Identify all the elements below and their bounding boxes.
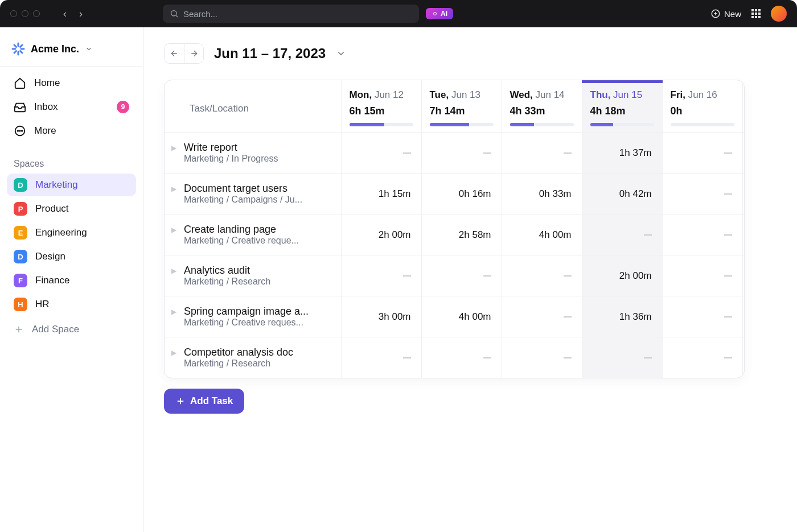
date-dropdown-icon[interactable]	[336, 48, 346, 59]
table-row[interactable]: ▶Competitor analysis docMarketing / Rese…	[165, 337, 745, 378]
prev-week-button[interactable]	[165, 44, 184, 63]
time-cell[interactable]: 1h 37m	[582, 133, 662, 174]
time-cell[interactable]	[662, 174, 742, 215]
time-cell[interactable]: 2h 00m	[341, 215, 421, 255]
add-task-label: Add Task	[190, 395, 233, 407]
time-cell[interactable]	[341, 255, 421, 296]
time-cell[interactable]: 0h 33m	[502, 174, 582, 215]
nav-home-label: Home	[34, 77, 60, 89]
time-cell[interactable]	[502, 255, 582, 296]
column-header-mon[interactable]: Mon, Jun 126h 15m	[341, 80, 421, 133]
task-cell[interactable]: ▶Spring campaign image a...Marketing / C…	[165, 296, 341, 337]
space-label: HR	[35, 299, 50, 310]
expand-caret-icon[interactable]: ▶	[171, 308, 179, 316]
table-row[interactable]: ▶Document target usersMarketing / Campai…	[165, 174, 745, 215]
time-cell[interactable]: 0h 42m	[582, 174, 662, 215]
space-chip-icon: D	[14, 178, 27, 192]
column-header-wed[interactable]: Wed, Jun 144h 33m	[502, 80, 582, 133]
expand-caret-icon[interactable]: ▶	[171, 144, 179, 152]
time-cell[interactable]	[341, 133, 421, 174]
time-cell[interactable]: 0h 16m	[421, 174, 502, 215]
time-cell[interactable]: 3h 00m	[341, 296, 421, 337]
time-cell[interactable]: 1h 36m	[582, 296, 662, 337]
space-item-product[interactable]: PProduct	[7, 197, 136, 220]
time-cell[interactable]	[341, 337, 421, 378]
task-cell[interactable]: ▶Analytics auditMarketing / Research	[165, 255, 341, 296]
search-placeholder: Search...	[183, 9, 217, 19]
task-cell[interactable]: ▶Write reportMarketing / In Progress	[165, 133, 341, 174]
nav-inbox[interactable]: Inbox 9	[7, 95, 136, 119]
time-cell[interactable]: 4h 00m	[421, 296, 502, 337]
empty-value	[403, 357, 411, 358]
space-item-marketing[interactable]: DMarketing	[7, 174, 136, 196]
space-label: Engineering	[35, 227, 87, 238]
window-controls[interactable]	[10, 10, 40, 17]
space-item-design[interactable]: DDesign	[7, 245, 136, 268]
task-name: Analytics audit	[184, 265, 333, 277]
workspace-switcher[interactable]: Acme Inc.	[0, 38, 143, 67]
column-header-tue[interactable]: Tue, Jun 137h 14m	[421, 80, 502, 133]
search-input[interactable]: Search...	[163, 5, 419, 23]
time-cell[interactable]	[582, 215, 662, 255]
task-name: Create landing page	[184, 224, 333, 236]
spaces-heading: Spaces	[0, 147, 143, 172]
nav-more[interactable]: More	[7, 119, 136, 143]
inbox-badge: 9	[117, 101, 129, 113]
time-cell[interactable]	[662, 255, 742, 296]
time-cell[interactable]	[662, 296, 742, 337]
table-row[interactable]: ▶Create landing pageMarketing / Creative…	[165, 215, 745, 255]
time-cell[interactable]	[662, 337, 742, 378]
time-cell[interactable]	[502, 133, 582, 174]
add-space-button[interactable]: Add Space	[0, 317, 143, 342]
time-cell[interactable]	[582, 337, 662, 378]
expand-caret-icon[interactable]: ▶	[171, 349, 179, 357]
column-header-thu[interactable]: Thu, Jun 154h 18m	[582, 80, 662, 133]
svg-point-0	[171, 11, 176, 16]
expand-caret-icon[interactable]: ▶	[171, 185, 179, 193]
table-row[interactable]: ▶Spring campaign image a...Marketing / C…	[165, 296, 745, 337]
table-row[interactable]: ▶Analytics auditMarketing / Research2h 0…	[165, 255, 745, 296]
space-item-hr[interactable]: HHR	[7, 293, 136, 316]
empty-value	[483, 357, 491, 358]
task-cell[interactable]: ▶Competitor analysis docMarketing / Rese…	[165, 337, 341, 378]
expand-caret-icon[interactable]: ▶	[171, 267, 179, 275]
avatar[interactable]	[771, 6, 787, 22]
task-path: Marketing / Creative reques...	[184, 317, 333, 328]
task-cell[interactable]: ▶Document target usersMarketing / Campai…	[165, 174, 341, 215]
time-cell[interactable]: 2h 58m	[421, 215, 502, 255]
time-cell[interactable]	[502, 296, 582, 337]
table-row[interactable]: ▶Write reportMarketing / In Progress1h 3…	[165, 133, 745, 174]
expand-caret-icon[interactable]: ▶	[171, 226, 179, 234]
add-task-button[interactable]: Add Task	[164, 389, 244, 414]
time-cell[interactable]	[662, 133, 742, 174]
time-cell[interactable]: 4h 00m	[502, 215, 582, 255]
nav-home[interactable]: Home	[7, 71, 136, 95]
space-label: Design	[35, 251, 65, 262]
time-cell[interactable]: 2h 00m	[582, 255, 662, 296]
next-week-button[interactable]	[184, 44, 203, 63]
task-path: Marketing / Creative reque...	[184, 236, 333, 246]
space-item-finance[interactable]: FFinance	[7, 269, 136, 292]
nav-more-label: More	[34, 125, 56, 137]
space-item-engineering[interactable]: EEngineering	[7, 221, 136, 244]
nav-inbox-label: Inbox	[34, 101, 58, 113]
time-cell[interactable]	[662, 215, 742, 255]
apps-icon[interactable]	[751, 9, 761, 18]
task-cell[interactable]: ▶Create landing pageMarketing / Creative…	[165, 215, 341, 255]
forward-button[interactable]: ›	[74, 8, 88, 20]
column-header-fri[interactable]: Fri, Jun 160h	[662, 80, 742, 133]
space-label: Finance	[35, 275, 69, 286]
time-cell[interactable]	[502, 337, 582, 378]
time-cell[interactable]	[421, 337, 502, 378]
new-button[interactable]: New	[710, 9, 741, 19]
plus-icon	[14, 324, 24, 335]
main-content: Jun 11 – 17, 2023 Task/LocationMon, Jun …	[143, 27, 797, 532]
ai-button[interactable]: AI	[426, 8, 453, 19]
inbox-icon	[14, 101, 26, 113]
date-nav	[164, 43, 204, 64]
time-cell[interactable]	[421, 255, 502, 296]
time-cell[interactable]: 1h 15m	[341, 174, 421, 215]
svg-point-16	[19, 130, 20, 131]
back-button[interactable]: ‹	[58, 8, 72, 20]
time-cell[interactable]	[421, 133, 502, 174]
